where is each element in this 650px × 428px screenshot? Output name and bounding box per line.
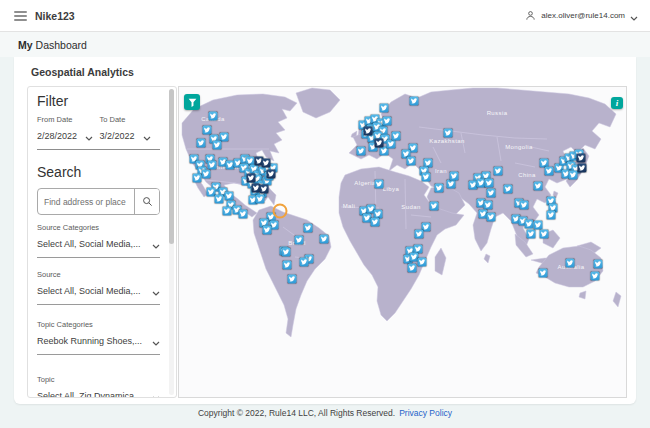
map-marker[interactable] [260, 185, 269, 194]
sidebar-scrollbar-track [169, 89, 174, 395]
map-info-button[interactable]: i [611, 97, 623, 109]
info-icon: i [616, 98, 619, 108]
map-marker[interactable] [320, 235, 329, 244]
user-menu[interactable]: alex.oliver@rule14.com [525, 7, 638, 25]
to-date-select[interactable]: 3/2/2022 [100, 127, 161, 145]
filter-panel: Filter From Date 2/28/2022 To Date 3/2/2… [27, 86, 177, 398]
map-marker[interactable] [300, 258, 309, 267]
map-marker[interactable] [594, 260, 603, 269]
page-footer: Copyright © 2022, Rule14 LLC, All Rights… [0, 408, 650, 418]
chevron-down-icon [152, 235, 160, 253]
map-marker[interactable] [283, 261, 292, 270]
search-button[interactable] [134, 189, 159, 214]
map-marker[interactable] [450, 172, 459, 181]
map-marker[interactable] [504, 185, 513, 194]
map-filter-button[interactable] [184, 94, 200, 110]
map-marker-highlight[interactable] [273, 204, 288, 219]
map-marker[interactable] [256, 195, 265, 204]
from-date-select[interactable]: 2/28/2022 [37, 127, 98, 145]
map-marker[interactable] [295, 236, 304, 245]
map-marker[interactable] [435, 184, 444, 193]
map-marker[interactable] [534, 182, 543, 191]
map-marker[interactable] [209, 112, 218, 121]
map-marker[interactable] [407, 157, 416, 166]
map-marker[interactable] [383, 117, 392, 126]
search-input[interactable] [38, 189, 134, 214]
map-marker[interactable] [380, 104, 389, 113]
filter-heading: Filter [37, 93, 160, 109]
topic-categories-select[interactable]: Reebok Running Shoes,... [37, 332, 160, 355]
geospatial-map[interactable]: CanadaUnited StatesRussiaKazakhstanMongo… [178, 86, 627, 398]
map-marker[interactable] [540, 230, 549, 239]
map-marker[interactable] [282, 248, 291, 257]
map-marker[interactable] [392, 132, 401, 141]
map-marker[interactable] [410, 97, 419, 106]
map-marker[interactable] [203, 126, 212, 135]
map-marker[interactable] [569, 171, 578, 180]
top-bar: Nike123 alex.oliver@rule14.com [0, 0, 650, 32]
source-select[interactable]: Select All, Social Media,... [37, 282, 160, 305]
map-marker[interactable] [263, 226, 272, 235]
map-marker[interactable] [418, 258, 427, 267]
to-date-label: To Date [100, 115, 161, 124]
map-marker[interactable] [444, 129, 453, 138]
search-icon [142, 196, 153, 207]
map-marker[interactable] [364, 127, 373, 136]
topic-categories-value: Reebok Running Shoes,... [37, 336, 142, 346]
map-marker[interactable] [447, 180, 456, 189]
dashboard-card: Geospatial Analytics Filter From Date 2/… [14, 57, 636, 404]
map-marker[interactable] [487, 189, 496, 198]
funnel-icon [188, 98, 197, 107]
privacy-policy-link[interactable]: Privacy Policy [399, 408, 452, 418]
map-marker[interactable] [246, 174, 255, 183]
map-marker[interactable] [527, 230, 536, 239]
map-marker[interactable] [408, 264, 417, 273]
map-marker[interactable] [225, 192, 234, 201]
hamburger-menu-icon[interactable] [14, 11, 27, 21]
topic-select[interactable]: Select All, Zig Dynamica,... [37, 387, 160, 398]
map-marker[interactable] [577, 153, 586, 162]
map-marker[interactable] [415, 230, 424, 239]
map-marker[interactable] [484, 179, 493, 188]
source-categories-value: Select All, Social Media,... [37, 239, 141, 249]
map-marker[interactable] [422, 173, 431, 182]
map-marker[interactable] [539, 269, 548, 278]
map-marker[interactable] [494, 167, 503, 176]
map-marker[interactable] [534, 221, 543, 230]
chevron-down-icon [152, 282, 160, 300]
breadcrumb-current: Dashboard [36, 39, 87, 51]
map-marker[interactable] [192, 174, 201, 183]
map-marker[interactable] [375, 139, 384, 148]
map-marker[interactable] [430, 202, 439, 211]
map-marker[interactable] [223, 207, 232, 216]
map-marker[interactable] [487, 212, 496, 221]
map-marker[interactable] [288, 275, 297, 284]
map-marker[interactable] [545, 167, 554, 176]
source-categories-select[interactable]: Select All, Social Media,... [37, 235, 160, 258]
map-marker[interactable] [578, 164, 587, 173]
from-date-value: 2/28/2022 [37, 131, 77, 141]
map-marker[interactable] [566, 259, 575, 268]
breadcrumb: My Dashboard [0, 32, 650, 57]
breadcrumb-prefix: My [18, 39, 33, 51]
map-marker[interactable] [371, 218, 380, 227]
map-marker[interactable] [547, 211, 556, 220]
map-marker[interactable] [239, 210, 248, 219]
map-marker[interactable] [262, 159, 271, 168]
map-marker[interactable] [357, 147, 366, 156]
map-marker[interactable] [197, 139, 206, 148]
map-marker[interactable] [202, 170, 211, 179]
map-marker[interactable] [214, 195, 223, 204]
map-marker[interactable] [387, 140, 396, 149]
map-marker[interactable] [520, 201, 529, 210]
sidebar-scrollbar[interactable] [169, 89, 174, 244]
map-marker[interactable] [375, 180, 384, 189]
map-marker[interactable] [525, 220, 534, 229]
map-marker[interactable] [591, 272, 600, 281]
map-marker[interactable] [213, 141, 222, 150]
map-marker[interactable] [304, 224, 313, 233]
map-marker[interactable] [267, 170, 276, 179]
map-marker[interactable] [208, 161, 217, 170]
map-marker[interactable] [484, 201, 493, 210]
search-heading: Search [37, 164, 160, 180]
